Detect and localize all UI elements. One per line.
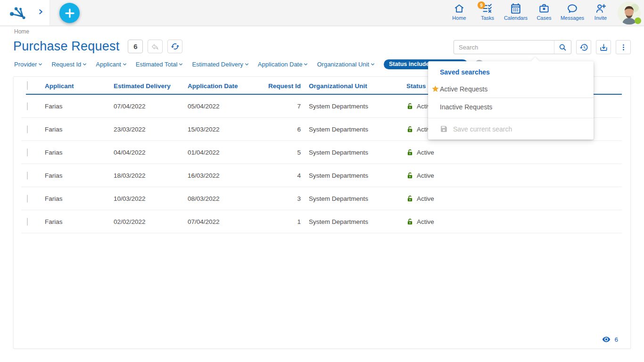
star-icon [431, 85, 439, 93]
download-icon [599, 43, 608, 52]
title-row: Purchase Request 6 [13, 39, 182, 54]
nav-messages-label: Messages [561, 15, 584, 21]
row-checkbox[interactable] [27, 125, 28, 133]
row-checkbox[interactable] [27, 102, 28, 110]
refresh-icon [171, 42, 180, 51]
search-button[interactable] [554, 41, 571, 54]
page-title: Purchase Request [13, 39, 119, 54]
nav-calendars-label: Calendars [504, 15, 528, 21]
status-label: Active [417, 218, 434, 225]
status-label: Active [417, 172, 434, 179]
visible-count-value: 6 [614, 336, 618, 343]
visible-count: 6 [602, 335, 618, 344]
lock-open-icon [406, 103, 413, 110]
lock-open-icon [406, 126, 413, 133]
chevron-down-icon [303, 62, 308, 67]
filter-provider[interactable]: Provider [14, 61, 43, 68]
app-logo-box[interactable] [0, 0, 50, 25]
nav-cases-label: Cases [537, 15, 551, 21]
sidebar-expand-chevron-icon[interactable] [37, 8, 44, 17]
nav-calendars[interactable]: Calendars [502, 2, 530, 24]
col-organizational-unit[interactable]: Organizational Unit [301, 82, 406, 90]
table-row[interactable]: Farias 04/04/2022 01/04/2022 5 System De… [21, 141, 622, 164]
chevron-down-icon [122, 62, 127, 67]
select-all-checkbox[interactable] [27, 81, 28, 90]
search-box [454, 40, 571, 54]
nav-invite-label: Invite [594, 15, 607, 21]
calendar-icon [510, 2, 522, 15]
nav-tasks-label: Tasks [481, 15, 494, 21]
nav-invite[interactable]: Invite [586, 2, 615, 24]
col-application-date[interactable]: Application Date [188, 82, 259, 90]
export-button[interactable] [596, 40, 611, 54]
messages-icon [566, 2, 578, 15]
breadcrumb[interactable]: Home [14, 28, 29, 35]
col-applicant[interactable]: Applicant [45, 82, 114, 90]
table-row[interactable]: Farias 10/03/2022 08/03/2022 3 System De… [21, 187, 622, 210]
filter-estimated-delivery[interactable]: Estimated Delivery [192, 61, 249, 68]
status-label: Active [417, 149, 434, 156]
save-current-search-button[interactable]: Save current search [428, 118, 594, 140]
row-checkbox[interactable] [27, 148, 28, 156]
chevron-down-icon [244, 62, 249, 67]
filter-applicant[interactable]: Applicant [96, 61, 127, 68]
lock-open-icon [406, 172, 413, 179]
nav-tasks[interactable]: 9 Tasks [473, 2, 502, 24]
lock-open-icon [406, 149, 413, 156]
row-checkbox[interactable] [27, 172, 28, 180]
kebab-menu-icon [619, 43, 627, 51]
table-row[interactable]: Farias 02/02/2022 07/04/2022 1 System De… [21, 210, 622, 233]
chevron-down-icon [38, 62, 43, 67]
invite-person-add-icon [594, 2, 607, 15]
nav-cases[interactable]: Cases [530, 2, 558, 24]
nav-home[interactable]: Home [445, 2, 473, 24]
saved-searches-panel: Saved searches Active Requests Inactive … [428, 61, 594, 140]
saved-search-active-requests[interactable]: Active Requests [428, 80, 594, 98]
table-row[interactable]: Farias 18/03/2022 16/03/2022 4 System De… [21, 164, 622, 187]
undo-icon [151, 42, 159, 51]
col-estimated-delivery[interactable]: Estimated Delivery [114, 82, 188, 90]
filter-request-id[interactable]: Request Id [51, 61, 87, 68]
row-checkbox[interactable] [27, 195, 28, 203]
filter-estimated-total[interactable]: Estimated Total [136, 61, 184, 68]
save-icon [440, 125, 448, 133]
filter-organizational-unit[interactable]: Organizational Unit [317, 61, 375, 68]
eye-icon [602, 335, 611, 344]
search-icon [558, 43, 567, 52]
search-input[interactable] [454, 41, 554, 54]
lock-open-icon [406, 195, 413, 202]
more-options-button[interactable] [616, 40, 631, 54]
chevron-down-icon [178, 62, 183, 67]
nav-home-label: Home [452, 15, 466, 21]
lock-open-icon [406, 218, 413, 225]
status-label: Active [417, 195, 434, 202]
row-checkbox[interactable] [27, 218, 28, 226]
briefcase-icon [538, 2, 550, 15]
col-request-id[interactable]: Request Id [259, 82, 301, 90]
request-count-badge: 6 [128, 40, 143, 53]
nav-messages[interactable]: Messages [558, 2, 586, 24]
top-bar: Home 9 Tasks Calendars Cases [0, 0, 644, 26]
saved-searches-title: Saved searches [428, 61, 594, 80]
saved-search-inactive-requests[interactable]: Inactive Requests [428, 98, 594, 115]
history-icon [579, 43, 588, 52]
search-toolbar [454, 40, 631, 54]
filter-application-date[interactable]: Application Date [258, 61, 309, 68]
tasks-badge: 9 [478, 1, 485, 9]
refresh-button[interactable] [167, 40, 182, 53]
home-icon [453, 2, 465, 15]
online-status-dot [635, 17, 641, 24]
main-nav: Home 9 Tasks Calendars Cases [445, 2, 615, 24]
app-logo-icon [6, 3, 26, 22]
chevron-down-icon [82, 62, 87, 67]
filter-row: Provider Request Id Applicant Estimated … [14, 59, 484, 69]
chevron-down-icon [370, 62, 375, 67]
new-request-button[interactable] [59, 3, 80, 23]
undo-button[interactable] [148, 40, 163, 53]
saved-searches-button[interactable] [576, 40, 591, 54]
